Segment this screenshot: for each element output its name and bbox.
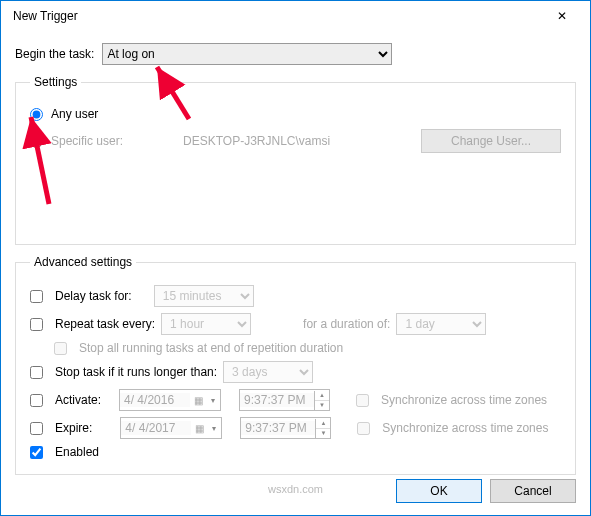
settings-group: Settings Any user Specific user: DESKTOP… bbox=[15, 75, 576, 245]
repeat-interval-select: 1 hour bbox=[161, 313, 251, 335]
begin-task-label: Begin the task: bbox=[15, 47, 94, 61]
repeat-checkbox[interactable] bbox=[30, 318, 43, 331]
expire-time-input bbox=[241, 421, 315, 435]
stop-longer-select: 3 days bbox=[223, 361, 313, 383]
expire-date-input bbox=[121, 421, 191, 435]
stop-longer-checkbox[interactable] bbox=[30, 366, 43, 379]
repeat-label: Repeat task every: bbox=[55, 317, 155, 331]
stop-longer-label: Stop task if it runs longer than: bbox=[55, 365, 217, 379]
close-icon: ✕ bbox=[557, 9, 567, 23]
calendar-icon: ▦ bbox=[191, 423, 207, 434]
any-user-label: Any user bbox=[51, 107, 98, 121]
repeat-duration-select: 1 day bbox=[396, 313, 486, 335]
expire-sync-checkbox bbox=[357, 422, 370, 435]
any-user-radio[interactable] bbox=[30, 108, 43, 121]
ok-button[interactable]: OK bbox=[396, 479, 482, 503]
cancel-button[interactable]: Cancel bbox=[490, 479, 576, 503]
expire-date-field: ▦ ▾ bbox=[120, 417, 222, 439]
begin-task-select[interactable]: At log on bbox=[102, 43, 392, 65]
activate-sync-checkbox bbox=[356, 394, 369, 407]
advanced-group: Advanced settings Delay task for: 15 min… bbox=[15, 255, 576, 475]
change-user-button: Change User... bbox=[421, 129, 561, 153]
time-spinner: ▲▼ bbox=[315, 419, 330, 438]
activate-time-field: ▲▼ bbox=[239, 389, 330, 411]
chevron-down-icon: ▾ bbox=[206, 396, 220, 405]
specific-user-label: Specific user: bbox=[51, 134, 123, 148]
window-title: New Trigger bbox=[9, 9, 542, 23]
activate-sync-label: Synchronize across time zones bbox=[381, 393, 547, 407]
expire-sync-label: Synchronize across time zones bbox=[382, 421, 548, 435]
time-spinner: ▲▼ bbox=[314, 391, 329, 410]
settings-legend: Settings bbox=[30, 75, 81, 89]
calendar-icon: ▦ bbox=[190, 395, 206, 406]
advanced-legend: Advanced settings bbox=[30, 255, 136, 269]
enabled-label: Enabled bbox=[55, 445, 99, 459]
stop-all-label: Stop all running tasks at end of repetit… bbox=[79, 341, 343, 355]
specific-user-value: DESKTOP-J3RJNLC\vamsi bbox=[183, 134, 421, 148]
activate-date-field: ▦ ▾ bbox=[119, 389, 221, 411]
activate-time-input bbox=[240, 393, 314, 407]
specific-user-radio[interactable] bbox=[30, 135, 43, 148]
delay-select: 15 minutes bbox=[154, 285, 254, 307]
expire-time-field: ▲▼ bbox=[240, 417, 331, 439]
enabled-checkbox[interactable] bbox=[30, 446, 43, 459]
activate-label: Activate: bbox=[55, 393, 101, 407]
expire-checkbox[interactable] bbox=[30, 422, 43, 435]
delay-label: Delay task for: bbox=[55, 289, 132, 303]
close-button[interactable]: ✕ bbox=[542, 2, 582, 30]
activate-date-input bbox=[120, 393, 190, 407]
repeat-duration-label: for a duration of: bbox=[303, 317, 390, 331]
chevron-down-icon: ▾ bbox=[207, 424, 221, 433]
delay-checkbox[interactable] bbox=[30, 290, 43, 303]
stop-all-checkbox bbox=[54, 342, 67, 355]
expire-label: Expire: bbox=[55, 421, 92, 435]
activate-checkbox[interactable] bbox=[30, 394, 43, 407]
